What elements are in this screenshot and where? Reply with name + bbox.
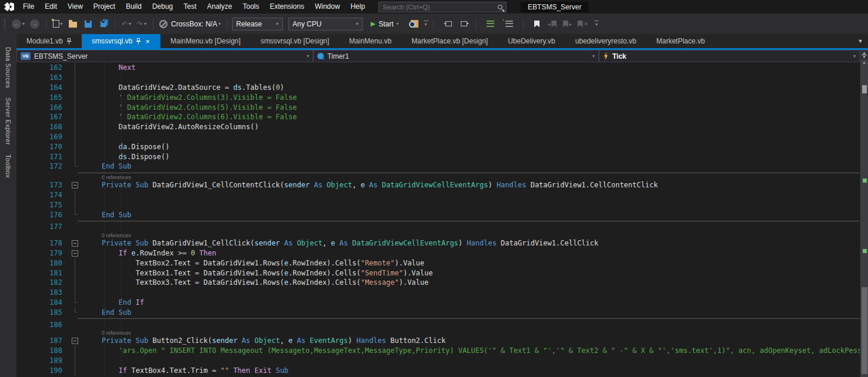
code-line-169[interactable]: 169 [16, 132, 860, 142]
line-number[interactable]: 177 [16, 223, 67, 231]
code-line-175[interactable]: 175 [16, 200, 860, 210]
menu-analyze[interactable]: Analyze [202, 0, 237, 14]
codelens-references[interactable]: 0 references [16, 329, 860, 336]
code-line-186[interactable]: 186 [16, 319, 860, 329]
menu-extensions[interactable]: Extensions [264, 0, 310, 14]
menu-debug[interactable]: Debug [147, 0, 178, 14]
code-line-172[interactable]: 172 End Sub [16, 161, 860, 171]
project-scope-dropdown[interactable]: VB EBTSMS_Server ▾ [16, 50, 313, 62]
toolbar-grip[interactable] [4, 19, 6, 29]
outlining-margin[interactable] [67, 307, 85, 317]
line-number[interactable]: 180 [16, 259, 67, 267]
new-project-button[interactable]: ▾ [51, 17, 64, 31]
line-number[interactable]: 167 [16, 113, 67, 121]
line-number[interactable]: 165 [16, 93, 67, 102]
code-line-170[interactable]: 170 da.Dispose() [16, 142, 860, 152]
line-number[interactable]: 171 [16, 153, 67, 161]
outlining-margin[interactable]: − [67, 238, 85, 248]
start-debugging-button[interactable]: ▶ Start▾ [370, 17, 400, 31]
outlining-margin[interactable] [67, 298, 85, 308]
code-line-163[interactable]: 163 [16, 73, 860, 83]
code-line-164[interactable]: 164 DataGridView2.DataSource = ds.Tables… [16, 83, 860, 93]
code-line-182[interactable]: 182 TextBox3.Text = DataGridView1.Rows(e… [16, 278, 860, 288]
code-line-174[interactable]: 174 [16, 190, 860, 200]
tab-marketplace-vb[interactable]: MarketPlace.vb [646, 34, 715, 48]
outlining-margin[interactable] [67, 142, 85, 152]
save-button[interactable] [82, 17, 95, 31]
close-icon[interactable]: × [145, 38, 150, 45]
outlining-margin[interactable] [67, 356, 85, 366]
scroll-up-arrow[interactable]: ▲ [860, 59, 868, 66]
line-number[interactable]: 173 [16, 181, 67, 189]
document-list-dropdown-button[interactable]: ▼ [853, 34, 868, 48]
line-number[interactable]: 186 [16, 321, 67, 329]
code-line-178[interactable]: 178− Private Sub DataGridView1_CellClick… [16, 238, 860, 248]
comment-lines-button[interactable] [484, 17, 497, 31]
code-line-180[interactable]: 180 TextBox2.Text = DataGridView1.Rows(e… [16, 258, 860, 268]
line-number[interactable]: 182 [16, 278, 67, 287]
outlining-margin[interactable] [67, 190, 85, 200]
line-number[interactable]: 184 [16, 298, 67, 307]
menu-project[interactable]: Project [88, 0, 120, 14]
outlining-margin[interactable] [67, 222, 85, 232]
outlining-margin[interactable] [67, 102, 85, 112]
line-number[interactable]: 162 [16, 63, 67, 72]
code-line-183[interactable]: 183 [16, 288, 860, 298]
object-dropdown[interactable]: Timer1 ▾ [313, 50, 599, 62]
navigate-to-next-button[interactable] [458, 17, 471, 31]
tab-mainmenu-vb-design[interactable]: MainMenu.vb [Design] [160, 34, 250, 48]
editor-vertical-scrollbar[interactable]: ▲▼ ▲ [860, 50, 868, 377]
outlining-margin[interactable] [67, 210, 85, 220]
line-number[interactable]: 163 [16, 73, 67, 82]
line-number[interactable]: 166 [16, 103, 67, 112]
code-line-165[interactable]: 165 ' DataGridView2.Columns(3).Visible =… [16, 92, 860, 102]
code-line-179[interactable]: 179− If e.RowIndex >= 0 Then [16, 248, 860, 258]
outlining-margin[interactable] [67, 346, 85, 356]
clear-bookmarks-button[interactable]: ✕ [577, 17, 590, 31]
outlining-margin[interactable]: − [67, 180, 85, 190]
line-number[interactable]: 174 [16, 191, 67, 199]
solution-platform-dropdown[interactable]: Any CPU▾ [289, 18, 363, 31]
quick-search-box[interactable] [378, 2, 507, 12]
code-line-184[interactable]: 184 End If [16, 298, 860, 308]
code-line-162[interactable]: 162 Next [16, 63, 860, 73]
uncomment-lines-button[interactable] [503, 17, 516, 31]
codelens-references[interactable]: 0 references [16, 232, 860, 238]
line-number[interactable]: 188 [16, 346, 67, 355]
side-tab-data-sources[interactable]: Data Sources [5, 47, 12, 88]
menu-view[interactable]: View [62, 0, 88, 14]
tab-mainmenu-vb[interactable]: MainMenu.vb [339, 34, 401, 48]
outlining-margin[interactable] [67, 132, 85, 142]
search-input[interactable] [383, 4, 498, 11]
outlining-margin[interactable] [67, 112, 85, 122]
code-line-188[interactable]: 188 'ars.Open " INSERT INTO Messageout (… [16, 346, 860, 356]
code-line-166[interactable]: 166 ' DataGridView2.Columns(5).Visible =… [16, 102, 860, 112]
line-number[interactable]: 190 [16, 366, 67, 375]
outlining-margin[interactable] [67, 92, 85, 102]
outlining-margin[interactable] [67, 200, 85, 210]
code-line-176[interactable]: 176 End Sub [16, 210, 860, 220]
code-editor[interactable]: 162 Next163164 DataGridView2.DataSource … [16, 63, 860, 377]
pin-icon[interactable] [66, 38, 72, 45]
next-bookmark-button[interactable]: ▸ [561, 17, 574, 31]
code-line-187[interactable]: 187− Private Sub Button2_Click(sender As… [16, 336, 860, 346]
outlining-margin[interactable] [67, 365, 85, 375]
collapse-region-button[interactable]: − [72, 338, 78, 344]
redo-button[interactable]: ↷▾ [135, 17, 148, 31]
line-number[interactable]: 187 [16, 336, 67, 345]
line-number[interactable]: 168 [16, 123, 67, 131]
menu-test[interactable]: Test [178, 0, 202, 14]
line-number[interactable]: 179 [16, 249, 67, 257]
line-number[interactable]: 176 [16, 211, 67, 219]
navigate-forward-button[interactable]: → [28, 17, 41, 31]
code-line-171[interactable]: 171 ds.Dispose() [16, 152, 860, 161]
side-tab-server-explorer[interactable]: Server Explorer [5, 97, 12, 145]
line-number[interactable]: 183 [16, 288, 67, 297]
outlining-margin[interactable] [67, 288, 85, 298]
code-line-167[interactable]: 167 ' DataGridView2.Columns(6).Visible =… [16, 112, 860, 122]
line-number[interactable]: 181 [16, 269, 67, 277]
bookmarks-overflow-button[interactable]: ▾ [594, 21, 599, 27]
code-line-190[interactable]: 190 If TextBox4.Text.Trim = "" Then Exit… [16, 365, 860, 375]
crossbox-button[interactable]: CrossBox: N/A▾ [158, 17, 222, 31]
tab-smssvrsql-vb[interactable]: smssvrsql.vb× [82, 34, 160, 48]
